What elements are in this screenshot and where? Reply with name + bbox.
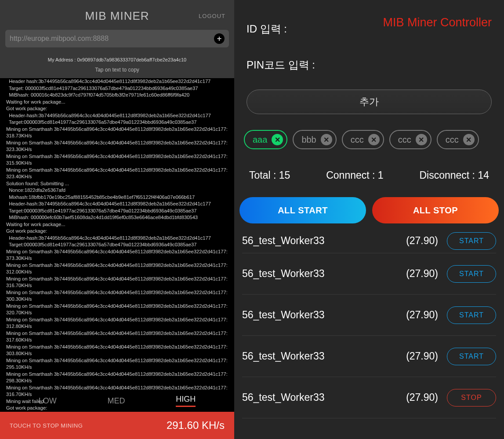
tag-bbb[interactable]: bbb✕ — [293, 130, 336, 149]
tag-list: aaa✕bbb✕ccc✕ccc✕ccc✕ — [234, 114, 504, 149]
close-icon[interactable]: ✕ — [463, 134, 475, 145]
worker-start-button[interactable]: START — [447, 232, 496, 250]
tag-label: bbb — [301, 135, 316, 145]
tag-ccc[interactable]: ccc✕ — [437, 130, 479, 149]
worker-start-button[interactable]: START — [447, 348, 496, 365]
add-button[interactable]: 추가 — [247, 90, 492, 114]
pool-url-field[interactable]: http://europe.mibpool.com:8888 + — [5, 30, 229, 47]
tag-aaa[interactable]: aaa✕ — [244, 130, 287, 149]
total-stat: Total : 15 — [249, 169, 290, 181]
worker-row: 56_test_Worker33(27.90)START — [242, 336, 496, 377]
controller-panel: ID 입력 : PIN코드 입력 : MIB Miner Controller … — [234, 0, 504, 439]
tag-label: aaa — [253, 135, 267, 145]
worker-start-button[interactable]: START — [447, 265, 496, 283]
worker-name: 56_test_Worker33 — [242, 268, 390, 280]
disconnect-stat: Disconnect : 14 — [419, 169, 489, 181]
speed-low[interactable]: LOW — [39, 396, 57, 406]
all-stop-button[interactable]: ALL STOP — [372, 197, 499, 223]
speed-med[interactable]: MED — [108, 396, 125, 406]
mining-status-bar[interactable]: TOUCH TO STOP MINING 291.60 KH/s — [0, 412, 234, 439]
worker-value: (27.90) — [394, 268, 442, 280]
worker-value: (27.90) — [394, 392, 442, 403]
worker-name: 56_test_Worker33 — [242, 309, 390, 321]
copy-hint: Tap on text to copy — [5, 67, 229, 73]
worker-row: 56_test_Worker33(27.90)STOP — [242, 377, 496, 418]
worker-start-button[interactable]: START — [447, 306, 496, 324]
worker-name: 56_test_Worker33 — [242, 350, 390, 362]
mining-log[interactable]: Header hash:3b74495b56ca8964c3cc4d04d044… — [0, 78, 234, 439]
stop-mining-label: TOUCH TO STOP MINING — [10, 422, 83, 429]
worker-stop-button[interactable]: STOP — [447, 389, 496, 407]
worker-row: 56_test_Worker33(27.90)START — [242, 253, 496, 295]
close-icon[interactable]: ✕ — [416, 134, 427, 145]
worker-row: 56_test_Worker33(27.90)START — [242, 295, 496, 336]
tag-ccc[interactable]: ccc✕ — [389, 130, 431, 149]
logout-button[interactable]: LOGOUT — [199, 13, 225, 19]
worker-name: 56_test_Worker33 — [242, 392, 390, 403]
tag-label: ccc — [351, 135, 364, 145]
tag-ccc[interactable]: ccc✕ — [342, 130, 384, 149]
speed-high[interactable]: HIGH — [176, 395, 196, 407]
worker-row: 56_test_Worker33(27.90)START — [242, 229, 496, 253]
miner-panel: MIB MINER LOGOUT http://europe.mibpool.c… — [0, 0, 234, 439]
tag-label: ccc — [398, 135, 411, 145]
pin-input-label: PIN코드 입력 : — [247, 58, 375, 72]
controller-title: MIB Miner Controller — [383, 12, 492, 29]
close-icon[interactable]: ✕ — [368, 134, 380, 145]
pool-url-text: http://europe.mibpool.com:8888 — [10, 35, 210, 43]
miner-title: MIB MINER — [85, 9, 149, 23]
speed-selector: LOW MED HIGH — [0, 390, 234, 412]
worker-name: 56_test_Worker33 — [242, 235, 390, 247]
miner-header: MIB MINER LOGOUT http://europe.mibpool.c… — [0, 0, 234, 78]
worker-value: (27.90) — [394, 309, 442, 321]
stats-row: Total : 15 Connnect : 1 Disconnect : 14 — [234, 149, 504, 181]
wallet-address[interactable]: My Address : 0x90897ddb7a9836333707deb6a… — [5, 57, 229, 62]
close-icon[interactable]: ✕ — [272, 134, 283, 145]
worker-value: (27.90) — [394, 350, 442, 362]
all-start-button[interactable]: ALL START — [239, 197, 366, 223]
id-input-label: ID 입력 : — [247, 22, 375, 36]
add-pool-icon[interactable]: + — [214, 33, 225, 44]
worker-list[interactable]: 56_test_Worker33(27.90)START56_test_Work… — [234, 229, 504, 439]
worker-value: (27.90) — [394, 235, 442, 247]
close-icon[interactable]: ✕ — [321, 134, 332, 145]
hashrate-value: 291.60 KH/s — [167, 419, 225, 432]
connect-stat: Connnect : 1 — [326, 169, 383, 181]
tag-label: ccc — [446, 135, 459, 145]
